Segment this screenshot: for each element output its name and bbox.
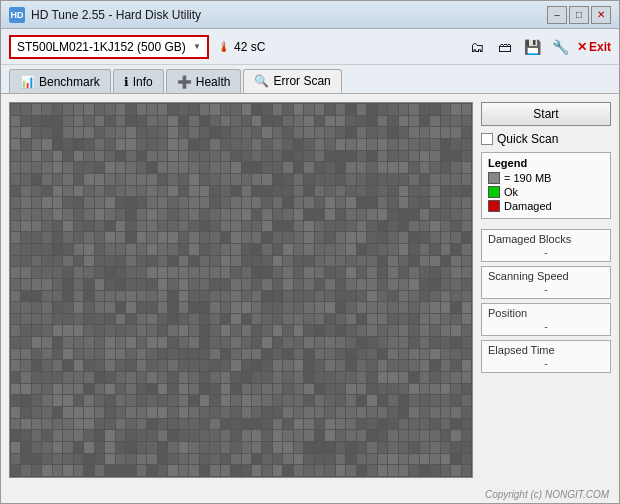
toolbar-icon-paste[interactable]: 🗃 bbox=[493, 35, 517, 59]
scan-cell bbox=[294, 151, 303, 162]
scan-cell bbox=[294, 407, 303, 418]
scan-cell bbox=[420, 454, 429, 465]
scan-cell bbox=[210, 291, 219, 302]
toolbar-icon-save[interactable]: 💾 bbox=[521, 35, 545, 59]
tab-benchmark[interactable]: 📊 Benchmark bbox=[9, 69, 111, 93]
start-button[interactable]: Start bbox=[481, 102, 611, 126]
tab-health[interactable]: ➕ Health bbox=[166, 69, 242, 93]
scan-cell bbox=[158, 116, 167, 127]
scan-cell bbox=[147, 174, 156, 185]
scan-cell bbox=[367, 151, 376, 162]
scan-cell bbox=[11, 325, 20, 336]
close-button[interactable]: ✕ bbox=[591, 6, 611, 24]
scan-cell bbox=[451, 197, 460, 208]
scan-cell bbox=[53, 419, 62, 430]
scan-cell bbox=[32, 267, 41, 278]
scan-cell bbox=[273, 325, 282, 336]
scan-cell bbox=[116, 232, 125, 243]
scan-cell bbox=[273, 139, 282, 150]
maximize-button[interactable]: □ bbox=[569, 6, 589, 24]
scan-cell bbox=[378, 151, 387, 162]
scan-cell bbox=[126, 209, 135, 220]
scan-cell bbox=[147, 360, 156, 371]
scan-cell bbox=[210, 104, 219, 115]
scan-cell bbox=[409, 349, 418, 360]
scan-cell bbox=[42, 454, 51, 465]
scan-cell bbox=[462, 407, 471, 418]
scan-cell bbox=[84, 244, 93, 255]
scan-cell bbox=[32, 442, 41, 453]
scan-cell bbox=[388, 244, 397, 255]
scan-cell bbox=[325, 197, 334, 208]
scan-cell bbox=[441, 127, 450, 138]
legend-color-red bbox=[488, 200, 500, 212]
scan-cell bbox=[116, 372, 125, 383]
elapsed-time-value: - bbox=[488, 357, 604, 369]
scan-cell bbox=[273, 104, 282, 115]
scan-cell bbox=[126, 197, 135, 208]
scan-cell bbox=[357, 139, 366, 150]
scan-cell bbox=[451, 314, 460, 325]
scan-cell bbox=[158, 360, 167, 371]
scan-cell bbox=[105, 337, 114, 348]
scan-cell bbox=[147, 127, 156, 138]
scan-cell bbox=[283, 104, 292, 115]
scan-cell bbox=[262, 127, 271, 138]
scan-cell bbox=[32, 197, 41, 208]
scan-cell bbox=[11, 267, 20, 278]
tab-error-scan[interactable]: 🔍 Error Scan bbox=[243, 69, 341, 93]
tab-info[interactable]: ℹ Info bbox=[113, 69, 164, 93]
scan-cell bbox=[11, 407, 20, 418]
toolbar-icon-copy[interactable]: 🗂 bbox=[465, 35, 489, 59]
scan-cell bbox=[252, 197, 261, 208]
minimize-button[interactable]: – bbox=[547, 6, 567, 24]
scan-cell bbox=[147, 151, 156, 162]
scan-cell bbox=[84, 127, 93, 138]
scan-cell bbox=[158, 314, 167, 325]
scan-cell bbox=[304, 104, 313, 115]
scan-cell bbox=[273, 360, 282, 371]
scan-cell bbox=[179, 232, 188, 243]
legend-damaged-label: Damaged bbox=[504, 200, 552, 212]
scan-cell bbox=[388, 116, 397, 127]
scan-cell bbox=[388, 291, 397, 302]
exit-button[interactable]: ✕ Exit bbox=[577, 40, 611, 54]
scan-cell bbox=[367, 244, 376, 255]
scan-cell bbox=[346, 139, 355, 150]
scan-cell bbox=[200, 302, 209, 313]
scan-cell bbox=[137, 221, 146, 232]
scan-cell bbox=[399, 127, 408, 138]
scan-cell bbox=[367, 384, 376, 395]
drive-select[interactable]: ST500LM021-1KJ152 (500 GB) ▼ bbox=[9, 35, 209, 59]
scan-cell bbox=[409, 430, 418, 441]
scan-cell bbox=[168, 419, 177, 430]
scan-cell bbox=[53, 314, 62, 325]
scan-cell bbox=[42, 209, 51, 220]
scan-cell bbox=[378, 407, 387, 418]
scan-cell bbox=[325, 442, 334, 453]
scan-cell bbox=[210, 232, 219, 243]
scan-cell bbox=[462, 221, 471, 232]
scan-cell bbox=[304, 291, 313, 302]
scan-cell bbox=[242, 162, 251, 173]
scan-cell bbox=[84, 465, 93, 476]
scan-cell bbox=[451, 244, 460, 255]
scan-cell bbox=[399, 186, 408, 197]
scan-cell bbox=[21, 325, 30, 336]
scan-cell bbox=[283, 162, 292, 173]
scan-cell bbox=[430, 139, 439, 150]
scan-cell bbox=[357, 384, 366, 395]
scan-cell bbox=[294, 197, 303, 208]
quick-scan-checkbox[interactable] bbox=[481, 133, 493, 145]
scan-cell bbox=[262, 162, 271, 173]
scan-cell bbox=[21, 279, 30, 290]
scan-cell bbox=[304, 349, 313, 360]
scan-cell bbox=[304, 314, 313, 325]
toolbar-icon-settings[interactable]: 🔧 bbox=[549, 35, 573, 59]
scan-cell bbox=[273, 430, 282, 441]
scan-cell bbox=[137, 395, 146, 406]
scan-cell bbox=[378, 302, 387, 313]
scan-cell bbox=[378, 174, 387, 185]
scan-cell bbox=[221, 197, 230, 208]
scan-cell bbox=[42, 302, 51, 313]
